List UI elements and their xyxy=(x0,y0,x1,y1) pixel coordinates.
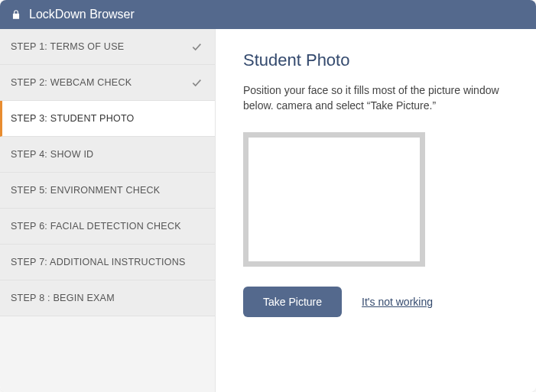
sidebar-step-4[interactable]: STEP 4: SHOW ID xyxy=(0,137,215,173)
sidebar-step-8[interactable]: STEP 8 : BEGIN EXAM xyxy=(0,280,215,316)
sidebar-step-7[interactable]: STEP 7: ADDITIONAL INSTRUCTIONS xyxy=(0,245,215,280)
sidebar-step-1[interactable]: STEP 1: TERMS OF USE xyxy=(0,29,215,65)
instructions-text: Position your face so it fills most of t… xyxy=(243,83,508,114)
main-content: Student Photo Position your face so it f… xyxy=(216,29,536,392)
sidebar-step-label: STEP 6: FACIAL DETECTION CHECK xyxy=(11,221,181,232)
sidebar-step-label: STEP 3: STUDENT PHOTO xyxy=(11,113,135,124)
sidebar-step-6[interactable]: STEP 6: FACIAL DETECTION CHECK xyxy=(0,209,215,245)
photo-capture-frame xyxy=(243,132,425,267)
sidebar-step-label: STEP 4: SHOW ID xyxy=(11,149,93,160)
sidebar-step-label: STEP 5: ENVIRONMENT CHECK xyxy=(11,185,160,196)
sidebar-step-label: STEP 2: WEBCAM CHECK xyxy=(11,77,132,88)
lock-icon xyxy=(11,8,21,21)
sidebar-step-3[interactable]: STEP 3: STUDENT PHOTO xyxy=(0,101,215,137)
sidebar-step-label: STEP 8 : BEGIN EXAM xyxy=(11,293,115,303)
page-heading: Student Photo xyxy=(243,50,508,70)
sidebar: STEP 1: TERMS OF USE STEP 2: WEBCAM CHEC… xyxy=(0,29,216,392)
app-title: LockDown Browser xyxy=(29,8,135,21)
app-body: STEP 1: TERMS OF USE STEP 2: WEBCAM CHEC… xyxy=(0,29,536,392)
sidebar-step-label: STEP 7: ADDITIONAL INSTRUCTIONS xyxy=(11,257,186,267)
action-row: Take Picture It's not working xyxy=(243,287,508,317)
sidebar-step-2[interactable]: STEP 2: WEBCAM CHECK xyxy=(0,65,215,101)
titlebar: LockDown Browser xyxy=(0,0,536,29)
sidebar-step-label: STEP 1: TERMS OF USE xyxy=(11,41,124,52)
app-window: LockDown Browser STEP 1: TERMS OF USE ST… xyxy=(0,0,536,392)
check-icon xyxy=(190,76,203,89)
not-working-link[interactable]: It's not working xyxy=(362,296,433,308)
sidebar-step-5[interactable]: STEP 5: ENVIRONMENT CHECK xyxy=(0,173,215,209)
take-picture-button[interactable]: Take Picture xyxy=(243,287,342,317)
check-icon xyxy=(190,40,203,53)
